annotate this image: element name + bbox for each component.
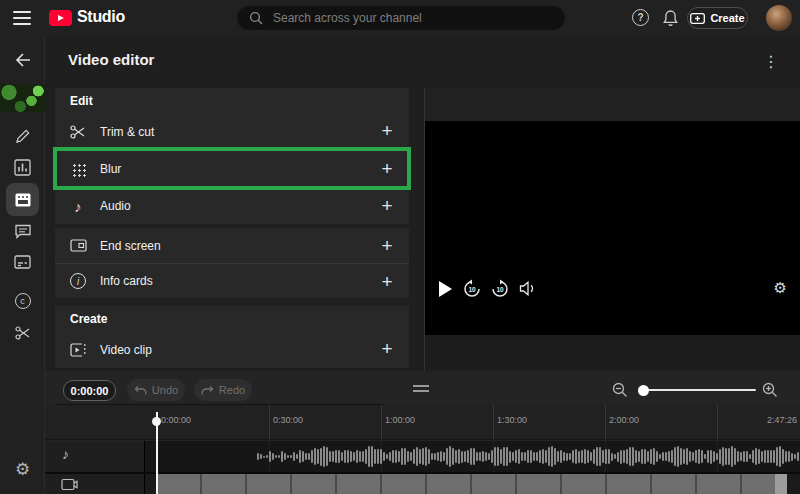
sidebar-item-subtitles[interactable] [0, 250, 45, 274]
row-audio[interactable]: ♪ Audio + [55, 187, 409, 224]
timeline-zoom-slider[interactable] [640, 389, 756, 391]
tick-line [605, 405, 606, 440]
account-avatar[interactable] [766, 5, 792, 31]
scissors-icon [69, 123, 87, 141]
svg-text:10: 10 [496, 286, 504, 293]
audio-track-icon: ♪ [62, 446, 69, 462]
track-header-column: ♪ [45, 441, 145, 494]
ruler-end-label: 2:47:26 [767, 415, 797, 425]
video-clip-strip[interactable] [157, 474, 775, 494]
help-icon[interactable]: ? [632, 9, 649, 26]
ruler-tick-label: 1:00:00 [385, 415, 415, 425]
zoom-slider-thumb[interactable] [638, 385, 649, 396]
notifications-bell-icon[interactable] [660, 8, 680, 28]
edit-section-card-2: End screen + i Info cards + [55, 228, 409, 298]
row-label: Audio [100, 199, 131, 213]
undo-label: Undo [152, 384, 178, 396]
player-settings-gear-icon[interactable]: ⚙ [774, 279, 787, 297]
search-icon [249, 11, 263, 25]
youtube-logo-icon[interactable] [49, 10, 72, 26]
add-blur-button[interactable]: + [375, 157, 399, 181]
page-title: Video editor [68, 51, 154, 68]
sidebar-item-trim[interactable] [0, 321, 45, 345]
video-track[interactable] [145, 474, 800, 494]
video-track-icon [61, 478, 78, 491]
redo-button[interactable]: Redo [194, 379, 252, 401]
row-label: End screen [100, 239, 161, 253]
comments-icon [15, 224, 31, 239]
sidebar-item-analytics[interactable] [0, 155, 45, 179]
hamburger-menu-icon[interactable] [13, 11, 31, 25]
sidebar-item-details[interactable] [0, 124, 45, 148]
current-time-display[interactable]: 0:00:00 [63, 380, 116, 401]
row-blur[interactable]: Blur + [55, 150, 409, 187]
row-label: Blur [100, 162, 121, 176]
zoom-in-icon[interactable] [762, 382, 778, 398]
ruler-tick-label: 1:30:00 [497, 415, 527, 425]
zoom-out-icon[interactable] [612, 382, 628, 398]
row-video-clip[interactable]: Video clip + [55, 331, 409, 368]
create-video-icon [690, 13, 705, 24]
video-preview-panel: 10 10 ⚙ [424, 88, 800, 371]
youtube-studio-video-editor: Studio Search across your channel ? Crea… [0, 0, 800, 494]
top-bar: Studio Search across your channel ? Crea… [0, 0, 800, 36]
kebab-menu-icon[interactable]: ⋮ [763, 52, 779, 71]
studio-logo-text[interactable]: Studio [77, 8, 125, 26]
add-audio-button[interactable]: + [375, 194, 399, 218]
create-section-card: Create Video clip + [55, 306, 409, 368]
left-sidebar: c ⚙ [0, 36, 45, 494]
row-info-cards[interactable]: i Info cards + [55, 263, 409, 298]
player-bottom-strip [425, 335, 800, 371]
row-label: Info cards [100, 274, 153, 288]
copyright-icon: c [15, 293, 31, 309]
audio-waveform [257, 441, 800, 472]
back-arrow-icon[interactable] [0, 48, 45, 72]
video-thumbnail[interactable] [0, 84, 45, 112]
forward-10-button[interactable]: 10 [490, 279, 510, 299]
create-button-label: Create [710, 12, 744, 24]
play-button[interactable] [439, 281, 452, 297]
edit-section-card: Edit Trim & cut + Blur + ♪ Audio + [55, 88, 409, 224]
search-input[interactable]: Search across your channel [237, 6, 565, 30]
sidebar-item-comments[interactable] [0, 219, 45, 243]
undo-icon [134, 385, 147, 396]
video-clip-icon [69, 341, 87, 359]
add-info-cards-button[interactable]: + [375, 270, 399, 294]
subtitles-icon [14, 255, 31, 269]
analytics-icon [14, 159, 31, 176]
blur-grid-icon [69, 160, 87, 178]
audio-track[interactable] [145, 441, 800, 472]
rewind-10-button[interactable]: 10 [462, 279, 482, 299]
redo-icon [201, 385, 214, 396]
scissors-icon [15, 325, 31, 341]
playhead-handle[interactable] [152, 417, 161, 426]
ruler-tick-label: 0:00:00 [161, 415, 191, 425]
timeline-panel: 0:00:00 Undo Redo [45, 371, 800, 494]
add-trim-button[interactable]: + [375, 119, 399, 143]
row-label: Video clip [100, 343, 152, 357]
search-placeholder: Search across your channel [273, 11, 422, 25]
tick-line [717, 405, 718, 440]
add-video-clip-button[interactable]: + [375, 337, 399, 361]
tick-line [381, 405, 382, 440]
tick-line [493, 405, 494, 440]
svg-text:10: 10 [468, 286, 476, 293]
create-button[interactable]: Create [687, 7, 748, 29]
volume-icon[interactable] [519, 281, 539, 301]
create-section-title: Create [55, 306, 409, 331]
row-end-screen[interactable]: End screen + [55, 228, 409, 263]
row-trim-and-cut[interactable]: Trim & cut + [55, 113, 409, 150]
ruler-tick-label: 2:00:00 [609, 415, 639, 425]
timeline-resize-handle[interactable] [413, 385, 429, 395]
video-preview[interactable]: 10 10 ⚙ [425, 121, 800, 335]
info-icon: i [69, 272, 87, 290]
undo-button[interactable]: Undo [127, 379, 185, 401]
sidebar-item-copyright[interactable]: c [0, 289, 45, 313]
add-end-screen-button[interactable]: + [375, 234, 399, 258]
ruler-tick-label: 0:30:00 [273, 415, 303, 425]
video-clip-end [775, 474, 787, 494]
row-label: Trim & cut [100, 125, 154, 139]
tick-line [269, 405, 270, 440]
sidebar-item-editor[interactable] [6, 183, 39, 216]
settings-gear-icon[interactable]: ⚙ [0, 459, 45, 480]
